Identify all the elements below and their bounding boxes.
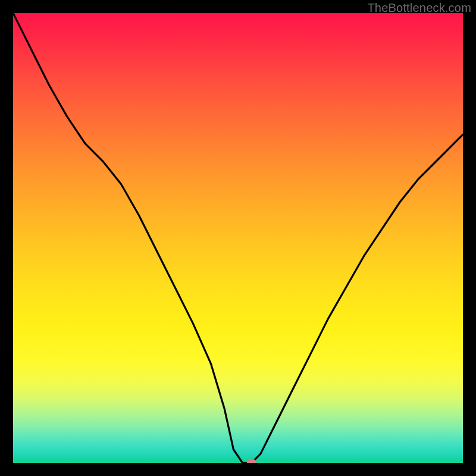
minimum-marker xyxy=(247,459,256,463)
watermark-text: TheBottleneck.com xyxy=(367,1,471,15)
chart-frame: TheBottleneck.com xyxy=(0,0,476,476)
bottleneck-curve xyxy=(13,13,463,463)
curve-layer xyxy=(13,13,463,463)
plot-area xyxy=(13,13,463,463)
